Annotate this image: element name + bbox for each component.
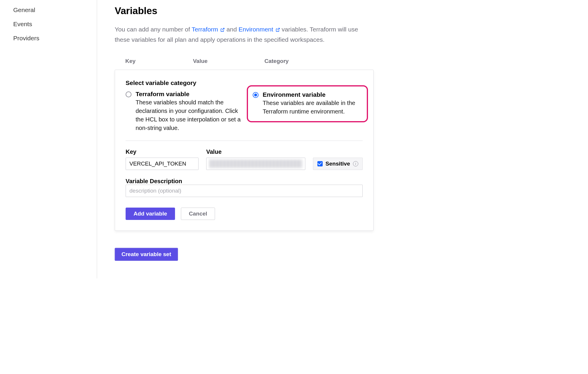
description-input[interactable] [126,185,363,197]
sensitive-toggle[interactable]: Sensitive i [313,158,363,170]
svg-line-1 [277,28,279,30]
radio-environment[interactable] [253,92,259,98]
key-input[interactable] [126,158,199,170]
col-header-key: Key [125,58,193,64]
environment-link[interactable]: Environment [239,26,280,33]
radio-environment-title: Environment variable [263,91,362,98]
key-value-row: Key Value Sensitive i [126,148,363,170]
button-row: Add variable Cancel [126,208,363,220]
category-radio-group: Terraform variable These variables shoul… [126,91,363,132]
intro-and: and [225,26,239,33]
highlight-box: Environment variable These variables are… [247,85,368,122]
main-content: Variables You can add any number of Terr… [97,0,391,278]
col-header-value: Value [193,58,264,64]
cancel-button[interactable]: Cancel [181,208,215,220]
radio-terraform-option[interactable]: Terraform variable These variables shoul… [126,91,252,132]
col-header-category: Category [264,58,289,64]
sidebar-item-events[interactable]: Events [13,17,97,31]
description-label: Variable Description [126,178,182,184]
intro-prefix: You can add any number of [115,26,192,33]
sidebar: General Events Providers [0,0,97,278]
intro-text: You can add any number of Terraform and … [115,25,374,44]
radio-terraform-title: Terraform variable [136,91,246,98]
svg-line-0 [222,28,224,30]
radio-terraform[interactable] [126,91,131,97]
external-link-icon [220,25,225,35]
variable-card: Select variable category Terraform varia… [115,70,374,231]
sensitive-checkbox[interactable] [317,161,323,166]
value-label: Value [206,148,305,155]
external-link-icon [276,25,280,35]
terraform-link[interactable]: Terraform [192,26,225,33]
value-input[interactable] [206,158,305,170]
sidebar-item-providers[interactable]: Providers [13,31,97,45]
radio-environment-option[interactable]: Environment variable These variables are… [252,91,363,132]
key-label: Key [126,148,199,155]
column-headers: Key Value Category [115,58,374,70]
radio-environment-desc: These variables are available in the Ter… [263,99,362,116]
page-title: Variables [115,5,374,16]
sidebar-item-general[interactable]: General [13,3,97,17]
sensitive-label: Sensitive [326,161,350,167]
separator [126,141,363,141]
create-variable-set-button[interactable]: Create variable set [115,248,178,261]
radio-terraform-desc: These variables should match the declara… [136,98,246,132]
info-icon[interactable]: i [353,161,358,166]
description-block: Variable Description [126,178,363,197]
add-variable-button[interactable]: Add variable [126,208,175,220]
